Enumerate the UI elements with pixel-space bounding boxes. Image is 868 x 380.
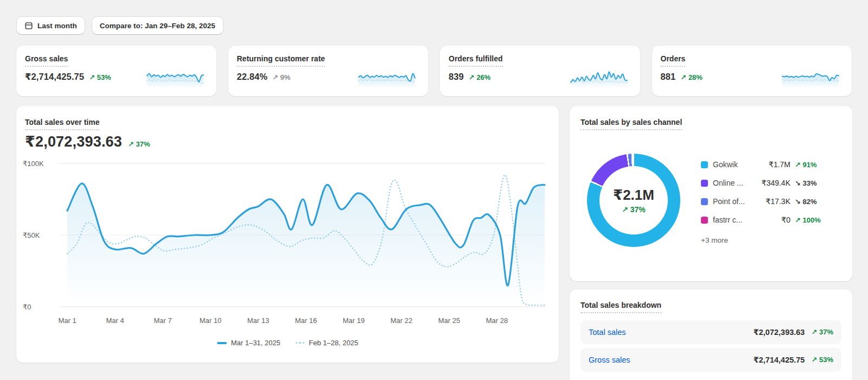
sales-by-channel-card: Total sales by sales channel ₹2.1M ↗ 37%… xyxy=(570,106,852,281)
stat-value: 22.84% xyxy=(237,72,268,82)
stat-title-orders[interactable]: Orders xyxy=(661,54,686,67)
stat-value: 839 xyxy=(449,72,464,82)
donut-center: ₹2.1M ↗ 37% xyxy=(599,166,668,235)
compare-button[interactable]: Compare to: Jan 29–Feb 28, 2025 xyxy=(92,16,224,35)
date-controls: Last month Compare to: Jan 29–Feb 28, 20… xyxy=(16,16,224,35)
channel-value: ₹17.3K xyxy=(766,197,791,206)
stat-title-orders-fulfilled[interactable]: Orders fulfilled xyxy=(449,54,503,67)
x-axis-tick: Mar 28 xyxy=(486,316,508,325)
stat-delta: ↗ 28% xyxy=(680,73,703,81)
breakdown-link-total-sales[interactable]: Total sales xyxy=(589,328,754,337)
solid-line-swatch xyxy=(217,342,227,344)
breakdown-delta: ↗ 53% xyxy=(811,356,833,364)
sales-by-channel-title[interactable]: Total sales by sales channel xyxy=(580,118,682,130)
stat-card-returning-customer-rate: Returning customer rate 22.84% ↗ 9% xyxy=(228,46,429,96)
channel-value: ₹0 xyxy=(781,216,790,224)
channel-delta: ↘ 82% xyxy=(795,198,823,206)
stat-card-orders: Orders 881 ↗ 28% xyxy=(652,46,852,96)
legend-swatch xyxy=(701,217,708,224)
sparkline-chart xyxy=(358,65,416,88)
x-axis-tick: Mar 25 xyxy=(438,316,460,325)
channel-row-fastrr[interactable]: fastrr c... ₹0 ↗ 100% xyxy=(701,211,823,229)
x-axis-tick: Mar 7 xyxy=(154,316,171,325)
legend-swatch xyxy=(701,198,708,205)
stat-value: ₹2,714,425.75 xyxy=(25,72,84,82)
total-sales-over-time-card: Total sales over time ₹2,072,393.63 ↗ 37… xyxy=(16,106,559,363)
stat-card-gross-sales: Gross sales ₹2,714,425.75 ↗ 53% xyxy=(16,46,216,96)
date-range-label: Last month xyxy=(37,22,77,30)
channel-label: Gokwik xyxy=(713,160,769,169)
breakdown-link-gross-sales[interactable]: Gross sales xyxy=(589,356,754,364)
legend-item-compare: Feb 1–28, 2025 xyxy=(296,339,359,347)
stat-title-gross-sales[interactable]: Gross sales xyxy=(25,54,68,67)
channel-row-online-store[interactable]: Online ... ₹349.4K ↘ 33% xyxy=(701,174,823,192)
chart-legend: Mar 1–31, 2025 Feb 1–28, 2025 xyxy=(16,339,559,347)
channel-delta: ↗ 100% xyxy=(795,216,823,224)
legend-swatch xyxy=(701,180,708,187)
donut-total-value: ₹2.1M xyxy=(613,187,654,204)
breakdown-row-gross-sales: Gross sales ₹2,714,425.75 ↗ 53% xyxy=(580,348,841,372)
x-axis-tick: Mar 1 xyxy=(58,316,76,325)
y-axis-tick: ₹0 xyxy=(23,303,53,311)
date-range-button[interactable]: Last month xyxy=(16,16,85,35)
compare-label: Compare to: Jan 29–Feb 28, 2025 xyxy=(100,22,215,30)
x-axis-tick: Mar 13 xyxy=(247,316,269,325)
total-sales-breakdown-title[interactable]: Total sales breakdown xyxy=(580,301,661,313)
y-axis-tick: ₹50K xyxy=(23,231,53,239)
channel-label: Online ... xyxy=(713,179,762,187)
legend-label: Mar 1–31, 2025 xyxy=(231,339,280,347)
x-axis-tick: Mar 22 xyxy=(391,316,412,325)
channel-delta: ↗ 91% xyxy=(795,161,823,169)
sparkline-chart xyxy=(781,65,840,88)
x-axis-tick: Mar 16 xyxy=(295,316,317,325)
channel-value: ₹349.4K xyxy=(762,179,790,187)
stat-delta: ↗ 9% xyxy=(272,73,290,81)
x-axis-tick: Mar 10 xyxy=(200,316,221,325)
breakdown-row-total-sales: Total sales ₹2,072,393.63 ↗ 37% xyxy=(580,320,841,344)
breakdown-value: ₹2,714,425.75 xyxy=(754,356,805,364)
total-sales-breakdown-card: Total sales breakdown Total sales ₹2,072… xyxy=(570,289,852,380)
calendar-icon xyxy=(24,21,33,30)
stat-value: 881 xyxy=(661,72,676,82)
stat-delta: ↗ 53% xyxy=(89,73,111,81)
channel-value: ₹1.7M xyxy=(769,160,790,169)
channel-row-gokwik[interactable]: Gokwik ₹1.7M ↗ 91% xyxy=(701,155,823,174)
stat-title-returning-customer-rate[interactable]: Returning customer rate xyxy=(237,54,326,67)
donut-total-delta: ↗ 37% xyxy=(622,205,646,214)
breakdown-delta: ↗ 37% xyxy=(811,328,833,336)
stat-delta: ↗ 26% xyxy=(469,73,491,81)
channel-donut-chart: ₹2.1M ↗ 37% xyxy=(587,154,680,247)
legend-item-current: Mar 1–31, 2025 xyxy=(217,339,280,347)
sparkline-chart xyxy=(146,65,205,88)
legend-swatch xyxy=(701,161,708,168)
more-channels-link[interactable]: +3 more xyxy=(701,236,728,244)
stat-card-orders-fulfilled: Orders fulfilled 839 ↗ 26% xyxy=(440,46,640,96)
x-axis-tick: Mar 19 xyxy=(343,316,365,325)
sparkline-chart xyxy=(570,65,628,88)
x-axis-labels: Mar 1Mar 4Mar 7Mar 10Mar 13Mar 16Mar 19M… xyxy=(16,316,559,325)
channel-label: Point of... xyxy=(713,197,766,206)
legend-label: Feb 1–28, 2025 xyxy=(309,339,358,347)
channel-row-point-of-sale[interactable]: Point of... ₹17.3K ↘ 82% xyxy=(701,192,823,211)
y-axis-tick: ₹100K xyxy=(23,160,53,168)
breakdown-value: ₹2,072,393.63 xyxy=(754,328,805,337)
channel-delta: ↘ 33% xyxy=(795,179,823,187)
metric-cards-row: Gross sales ₹2,714,425.75 ↗ 53% Returnin… xyxy=(16,46,852,96)
dotted-line-swatch xyxy=(296,342,305,344)
channel-label: fastrr c... xyxy=(713,216,781,224)
channel-legend: Gokwik ₹1.7M ↗ 91% Online ... ₹349.4K ↘ … xyxy=(701,155,823,229)
x-axis-tick: Mar 4 xyxy=(106,316,124,325)
